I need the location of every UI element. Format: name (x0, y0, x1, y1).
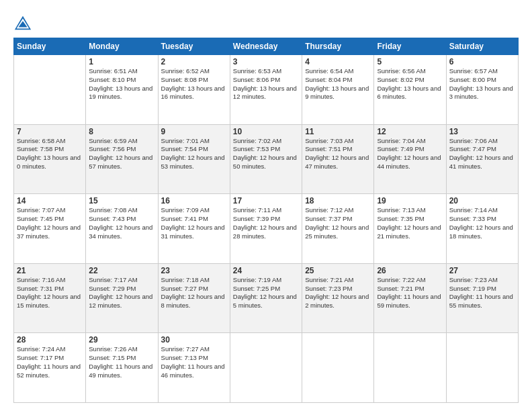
day-number: 4 (305, 57, 371, 66)
day-info: Sunrise: 6:54 AMSunset: 8:04 PMDaylight:… (305, 67, 371, 101)
day-info: Sunrise: 7:04 AMSunset: 7:49 PMDaylight:… (377, 137, 443, 171)
day-cell: 24Sunrise: 7:19 AMSunset: 7:25 PMDayligh… (230, 263, 302, 333)
day-cell: 1Sunrise: 6:51 AMSunset: 8:10 PMDaylight… (86, 55, 158, 125)
day-cell: 19Sunrise: 7:13 AMSunset: 7:35 PMDayligh… (374, 194, 446, 264)
day-number: 16 (161, 196, 227, 205)
day-number: 11 (305, 127, 371, 136)
day-number: 14 (17, 196, 83, 205)
day-number: 21 (17, 266, 83, 275)
day-cell: 11Sunrise: 7:03 AMSunset: 7:51 PMDayligh… (302, 124, 374, 194)
day-number: 15 (89, 196, 154, 205)
day-cell: 2Sunrise: 6:52 AMSunset: 8:08 PMDaylight… (158, 55, 230, 125)
day-info: Sunrise: 7:19 AMSunset: 7:25 PMDaylight:… (233, 276, 299, 310)
day-info: Sunrise: 6:59 AMSunset: 7:56 PMDaylight:… (89, 137, 154, 171)
day-cell: 7Sunrise: 6:58 AMSunset: 7:58 PMDaylight… (14, 124, 86, 194)
day-cell: 12Sunrise: 7:04 AMSunset: 7:49 PMDayligh… (374, 124, 446, 194)
day-number: 12 (377, 127, 443, 136)
day-cell: 14Sunrise: 7:07 AMSunset: 7:45 PMDayligh… (14, 194, 86, 264)
day-number: 27 (449, 266, 515, 275)
day-cell (446, 333, 518, 403)
day-cell: 27Sunrise: 7:23 AMSunset: 7:19 PMDayligh… (446, 263, 518, 333)
weekday-header-saturday: Saturday (446, 38, 518, 55)
day-cell (230, 333, 302, 403)
day-cell: 25Sunrise: 7:21 AMSunset: 7:23 PMDayligh… (302, 263, 374, 333)
day-info: Sunrise: 6:52 AMSunset: 8:08 PMDaylight:… (161, 67, 227, 101)
day-cell: 28Sunrise: 7:24 AMSunset: 7:17 PMDayligh… (14, 333, 86, 403)
header (13, 11, 519, 32)
day-number: 22 (89, 266, 154, 275)
week-row-4: 21Sunrise: 7:16 AMSunset: 7:31 PMDayligh… (14, 263, 519, 333)
day-number: 9 (161, 127, 227, 136)
day-info: Sunrise: 6:58 AMSunset: 7:58 PMDaylight:… (17, 137, 83, 171)
day-info: Sunrise: 7:13 AMSunset: 7:35 PMDaylight:… (377, 206, 443, 240)
day-cell: 15Sunrise: 7:08 AMSunset: 7:43 PMDayligh… (86, 194, 158, 264)
day-cell: 23Sunrise: 7:18 AMSunset: 7:27 PMDayligh… (158, 263, 230, 333)
day-info: Sunrise: 7:27 AMSunset: 7:13 PMDaylight:… (161, 345, 227, 379)
day-number: 6 (449, 57, 515, 66)
day-info: Sunrise: 6:53 AMSunset: 8:06 PMDaylight:… (233, 67, 299, 101)
day-number: 25 (305, 266, 371, 275)
day-number: 19 (377, 196, 443, 205)
day-number: 5 (377, 57, 443, 66)
day-number: 17 (233, 196, 299, 205)
day-number: 3 (233, 57, 299, 66)
day-number: 26 (377, 266, 443, 275)
day-cell: 18Sunrise: 7:12 AMSunset: 7:37 PMDayligh… (302, 194, 374, 264)
calendar-body: 1Sunrise: 6:51 AMSunset: 8:10 PMDaylight… (14, 55, 519, 403)
calendar-header: SundayMondayTuesdayWednesdayThursdayFrid… (14, 38, 519, 55)
day-cell: 30Sunrise: 7:27 AMSunset: 7:13 PMDayligh… (158, 333, 230, 403)
day-info: Sunrise: 6:57 AMSunset: 8:00 PMDaylight:… (449, 67, 515, 101)
day-cell: 29Sunrise: 7:26 AMSunset: 7:15 PMDayligh… (86, 333, 158, 403)
day-number: 13 (449, 127, 515, 136)
day-number: 2 (161, 57, 227, 66)
weekday-header-tuesday: Tuesday (158, 38, 230, 55)
day-cell: 20Sunrise: 7:14 AMSunset: 7:33 PMDayligh… (446, 194, 518, 264)
week-row-5: 28Sunrise: 7:24 AMSunset: 7:17 PMDayligh… (14, 333, 519, 403)
day-info: Sunrise: 7:14 AMSunset: 7:33 PMDaylight:… (449, 206, 515, 240)
day-number: 20 (449, 196, 515, 205)
page: SundayMondayTuesdayWednesdayThursdayFrid… (0, 0, 532, 411)
week-row-3: 14Sunrise: 7:07 AMSunset: 7:45 PMDayligh… (14, 194, 519, 264)
calendar-table: SundayMondayTuesdayWednesdayThursdayFrid… (13, 38, 519, 403)
day-number: 8 (89, 127, 154, 136)
day-info: Sunrise: 7:18 AMSunset: 7:27 PMDaylight:… (161, 276, 227, 310)
day-info: Sunrise: 6:56 AMSunset: 8:02 PMDaylight:… (377, 67, 443, 101)
day-cell (14, 55, 86, 125)
day-info: Sunrise: 7:12 AMSunset: 7:37 PMDaylight:… (305, 206, 371, 240)
day-number: 24 (233, 266, 299, 275)
day-cell: 5Sunrise: 6:56 AMSunset: 8:02 PMDaylight… (374, 55, 446, 125)
day-info: Sunrise: 7:07 AMSunset: 7:45 PMDaylight:… (17, 206, 83, 240)
day-cell: 26Sunrise: 7:22 AMSunset: 7:21 PMDayligh… (374, 263, 446, 333)
day-number: 10 (233, 127, 299, 136)
day-info: Sunrise: 7:06 AMSunset: 7:47 PMDaylight:… (449, 137, 515, 171)
weekday-header-monday: Monday (86, 38, 158, 55)
day-cell: 3Sunrise: 6:53 AMSunset: 8:06 PMDaylight… (230, 55, 302, 125)
day-number: 1 (89, 57, 154, 66)
day-cell (302, 333, 374, 403)
weekday-header-sunday: Sunday (14, 38, 86, 55)
day-info: Sunrise: 7:26 AMSunset: 7:15 PMDaylight:… (89, 345, 154, 379)
day-info: Sunrise: 7:09 AMSunset: 7:41 PMDaylight:… (161, 206, 227, 240)
day-number: 18 (305, 196, 371, 205)
day-info: Sunrise: 6:51 AMSunset: 8:10 PMDaylight:… (89, 67, 154, 101)
day-cell: 4Sunrise: 6:54 AMSunset: 8:04 PMDaylight… (302, 55, 374, 125)
day-cell: 10Sunrise: 7:02 AMSunset: 7:53 PMDayligh… (230, 124, 302, 194)
day-info: Sunrise: 7:17 AMSunset: 7:29 PMDaylight:… (89, 276, 154, 310)
day-cell (374, 333, 446, 403)
weekday-header-wednesday: Wednesday (230, 38, 302, 55)
day-cell: 8Sunrise: 6:59 AMSunset: 7:56 PMDaylight… (86, 124, 158, 194)
day-info: Sunrise: 7:21 AMSunset: 7:23 PMDaylight:… (305, 276, 371, 310)
day-info: Sunrise: 7:03 AMSunset: 7:51 PMDaylight:… (305, 137, 371, 171)
day-info: Sunrise: 7:01 AMSunset: 7:54 PMDaylight:… (161, 137, 227, 171)
day-info: Sunrise: 7:23 AMSunset: 7:19 PMDaylight:… (449, 276, 515, 310)
day-info: Sunrise: 7:02 AMSunset: 7:53 PMDaylight:… (233, 137, 299, 171)
day-info: Sunrise: 7:11 AMSunset: 7:39 PMDaylight:… (233, 206, 299, 240)
weekday-header-thursday: Thursday (302, 38, 374, 55)
day-info: Sunrise: 7:16 AMSunset: 7:31 PMDaylight:… (17, 276, 83, 310)
day-cell: 6Sunrise: 6:57 AMSunset: 8:00 PMDaylight… (446, 55, 518, 125)
day-cell: 16Sunrise: 7:09 AMSunset: 7:41 PMDayligh… (158, 194, 230, 264)
day-number: 28 (17, 335, 83, 345)
day-cell: 13Sunrise: 7:06 AMSunset: 7:47 PMDayligh… (446, 124, 518, 194)
logo (13, 13, 35, 32)
day-info: Sunrise: 7:08 AMSunset: 7:43 PMDaylight:… (89, 206, 154, 240)
